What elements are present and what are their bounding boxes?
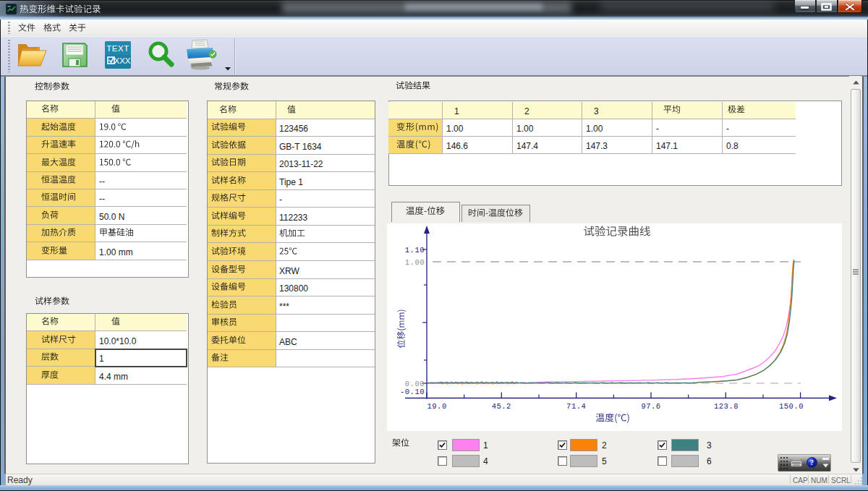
svg-text:1.10: 1.10 [405, 246, 425, 255]
svg-text:XXX: XXX [114, 56, 130, 65]
svg-text:-0.10: -0.10 [400, 388, 425, 396]
svg-text:TEXT: TEXT [106, 44, 129, 53]
svg-text:45.2: 45.2 [492, 402, 511, 411]
svg-text:123.8: 123.8 [714, 402, 739, 411]
svg-text:1.00: 1.00 [405, 258, 425, 267]
svg-text:71.4: 71.4 [566, 402, 586, 411]
svg-text:?: ? [810, 458, 814, 466]
svg-text:19.0: 19.0 [427, 402, 447, 411]
svg-text:150.0: 150.0 [779, 402, 804, 411]
svg-text:97.6: 97.6 [641, 402, 660, 411]
